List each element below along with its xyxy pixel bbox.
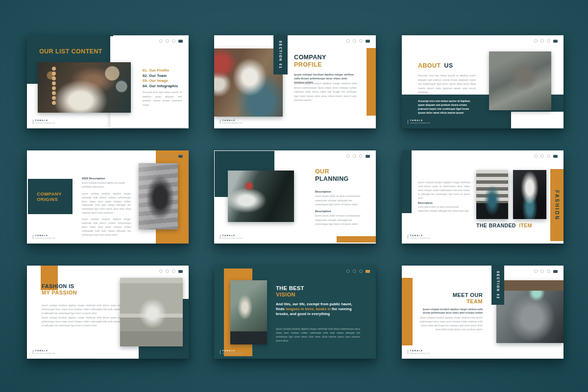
brand-name: FAMALE (222, 120, 243, 122)
photo-chip-icon (366, 40, 370, 43)
body-text: Ipsum volutpat tincidunt dapibus integer… (294, 81, 357, 102)
slide-company-origins[interactable]: COMPANY ORIGINS 2023 Description ipsum v… (27, 150, 189, 244)
brand-name: FAMALE (222, 235, 243, 237)
title-line-1: FASHION IS (42, 283, 77, 290)
brand-logo: FAMALE www.yourcompany.com (408, 120, 430, 124)
title-panel: COMPANY ORIGINS (28, 179, 73, 214)
highlight-text: Assucipt eros iste metus auctor id dapib… (418, 99, 476, 115)
photo-chip-icon (553, 270, 558, 273)
social-icon-3 (359, 154, 363, 158)
slide-title: ABOUT US (418, 62, 453, 70)
social-icon-1 (159, 270, 163, 273)
dot (52, 76, 56, 80)
brand-name: FAMALE (222, 350, 243, 352)
brand-name: FAMALE (35, 120, 55, 122)
list-item-profile: 01. Our Profile (143, 69, 186, 73)
quote-part-accent: tongues in trees, books in (286, 307, 331, 311)
social-icon-2 (166, 154, 169, 158)
description-text-2: lorem ipsum dolor sit amet consectetuer … (315, 214, 364, 226)
brand-logo: FAMALE www.yourcompany.com (220, 350, 243, 354)
section-bar: SECTION 02 (491, 266, 504, 305)
body-text: Ipsum volutpat tincidunt dapibus integer… (419, 316, 483, 332)
paragraph-1: Ipsum volutpat tincidunt dapibus integer… (82, 192, 131, 215)
photo-chip-icon (553, 40, 558, 43)
social-icons (534, 154, 558, 158)
quote-text: And this, our life, exempt from public h… (276, 302, 354, 317)
social-icon-3 (172, 154, 175, 158)
text-column: 2023 Description ipsum volutpat tincidun… (82, 177, 131, 237)
description-label-1: Description (315, 190, 331, 193)
photo-chip-icon (178, 270, 183, 273)
note-italic: ipsum volutpat tincidunt dapibus at inte… (82, 181, 131, 189)
title-line-2: MY PASSION (42, 290, 77, 296)
brand-logo: FAMALE www.yourcompany.com (33, 350, 55, 354)
social-icons (159, 39, 183, 43)
brand-logo: FAMALE www.yourcompany.com (220, 120, 243, 124)
social-icon-1 (346, 39, 350, 43)
social-icon-2 (540, 154, 544, 158)
dot (52, 86, 56, 90)
brand-website: www.yourcompany.com (35, 122, 55, 124)
photo-woman-headscarf (139, 163, 178, 229)
title-line-1: COMPANY (294, 54, 326, 61)
slide-title: THE BEST VISION (276, 285, 304, 298)
brand-logo: FAMALE www.yourcompany.com (33, 120, 55, 124)
slide-title: COMPANY PROFILE (294, 54, 326, 69)
photo-chip-icon (178, 40, 183, 43)
photo-chip-icon (178, 155, 183, 158)
title-line-2: PLANNING (315, 175, 348, 183)
brand-logo: FAMALE www.yourcompany.com (408, 235, 430, 239)
year-label: 2023 Description (82, 177, 131, 180)
slide-our-list-content[interactable]: OUR LIST CONTENT 01. Our Profile 02. Our… (27, 35, 189, 128)
social-icon-2 (353, 154, 356, 158)
photo-woman-on-couch (214, 49, 283, 117)
title-part-1: THE BRANDED (476, 222, 516, 228)
section-label: SECTION 01 (279, 41, 282, 69)
dot (52, 67, 56, 71)
social-icon-1 (534, 270, 538, 273)
description-label-2: Description (315, 210, 331, 213)
photo-woman-garage (228, 171, 294, 222)
brand-logo: FAMALE www.yourcompany.com (220, 235, 243, 239)
list-item-infographic: 04. Our Infographic (143, 84, 186, 88)
dot (52, 72, 56, 75)
slide-company-profile[interactable]: SECTION 01 COMPANY PROFILE Ipsum volutpa… (214, 35, 376, 128)
social-icon-1 (346, 154, 350, 158)
description-text-1: lorem ipsum dolor sit amet consectetuer … (315, 194, 364, 207)
social-icons (534, 270, 558, 273)
dots-decoration (52, 67, 56, 105)
social-icon-1 (346, 270, 350, 273)
brand-logo: FAMALE www.yourcompany.com (33, 235, 55, 239)
paragraph-2: Ipsum volutpat tincidunt dapibus integer… (42, 316, 120, 328)
slide-branded-item[interactable]: FASHION Ipsum volutpat tincidunt dapibus… (402, 150, 564, 244)
description-label: Description (418, 201, 433, 204)
social-icon-1 (534, 39, 538, 43)
brand-website: www.yourcompany.com (35, 238, 55, 240)
social-icons (534, 39, 558, 43)
social-icon-2 (166, 270, 169, 273)
photo-chip-icon (553, 155, 558, 158)
paragraph-1: Ipsum volutpat tincidunt dapibus integer… (42, 304, 120, 316)
brand-website: www.yourcompany.com (222, 353, 243, 355)
orange-accent-bar (367, 48, 376, 116)
section-bar: SECTION 01 (273, 35, 288, 74)
body-text: Ipsum volutpat tincidunt dapibus integer… (418, 181, 470, 200)
brand-website: www.yourcompany.com (410, 353, 430, 355)
white-corner-card (511, 112, 564, 128)
photo-woman-on-rocks (489, 51, 551, 110)
brand-website: www.yourcompany.com (410, 238, 430, 240)
slide-best-vision[interactable]: THE BEST VISION And this, our life, exem… (214, 266, 376, 359)
slide-fashion-passion[interactable]: FASHION IS MY PASSION Ipsum volutpat tin… (27, 266, 189, 359)
title-line-1: THE BEST (276, 285, 304, 292)
slide-about-us[interactable]: ABOUT US Assucipt eros iste metus auctor… (402, 35, 564, 128)
dot (52, 101, 56, 105)
orange-edge-bar (402, 278, 413, 345)
brand-name: FAMALE (35, 350, 55, 352)
note-text: Assucipt eros iste metus auctor id dapib… (143, 90, 182, 107)
social-icon-2 (540, 39, 544, 43)
slide-our-planning[interactable]: OUR PLANNING Description lorem ipsum dol… (214, 150, 376, 244)
fashion-vertical-label: FASHION (554, 190, 560, 220)
brand-name: FAMALE (410, 350, 430, 352)
title-part-1: ABOUT (418, 62, 441, 69)
slide-meet-our-team[interactable]: SECTION 02 MEET OUR TEAM Ipsum volutpat … (402, 266, 564, 359)
